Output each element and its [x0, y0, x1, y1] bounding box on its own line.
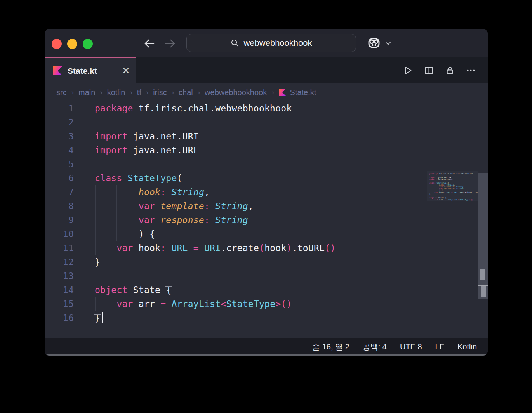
status-item-indentation[interactable]: 공백: 4 [363, 342, 387, 352]
status-bar: 줄 16, 열 2공백: 4UTF-8LFKotlin [45, 338, 488, 356]
line-number: 2 [45, 115, 74, 129]
line-number: 5 [45, 157, 74, 171]
code-line[interactable]: 9 var response: String [45, 213, 488, 227]
editor-window: webwebhookhook State.kt ✕ [45, 29, 488, 356]
code-lines: 1package tf.irisc.chal.webwebhookhook23i… [45, 101, 488, 325]
minimap[interactable]: package tf.irisc.chal.webwebhookhookimpo… [427, 171, 478, 201]
breadcrumb-file-label: State.kt [290, 88, 316, 97]
close-window-button[interactable] [52, 39, 62, 49]
editor-toolbar [403, 57, 488, 83]
title-bar: webwebhookhook [45, 29, 488, 57]
line-number: 9 [45, 213, 74, 227]
line-number: 14 [45, 283, 74, 297]
breadcrumb-item[interactable]: main [78, 88, 95, 97]
code-line[interactable]: 7 hook: String, [45, 185, 488, 199]
line-number: 15 [45, 297, 74, 311]
code-line[interactable]: 5 [45, 157, 488, 171]
minimap-line: var arr = ArrayList<StateType>() [429, 199, 476, 201]
tab-close-icon[interactable]: ✕ [122, 66, 130, 75]
breadcrumb-separator: › [271, 88, 274, 97]
status-item-cursor-position[interactable]: 줄 16, 열 2 [312, 342, 349, 352]
code-line[interactable]: 8 var template: String, [45, 199, 488, 213]
minimap-line: } [429, 201, 476, 201]
scrollbar-thumb[interactable] [478, 173, 488, 299]
code-line[interactable]: 16} [45, 311, 488, 325]
kotlin-icon [53, 66, 62, 75]
kotlin-icon [279, 89, 286, 96]
tab-strip: State.kt ✕ [45, 57, 488, 83]
line-number: 8 [45, 199, 74, 213]
code-editor[interactable]: 1package tf.irisc.chal.webwebhookhook23i… [45, 101, 488, 338]
line-number: 6 [45, 171, 74, 185]
minimap-line: package tf.irisc.chal.webwebhookhook [429, 173, 476, 175]
status-item-eol[interactable]: LF [435, 342, 444, 351]
code-line[interactable]: 4import java.net.URL [45, 143, 488, 157]
breadcrumb-separator: › [100, 88, 102, 97]
breadcrumb: src›main›kotlin›tf›irisc›chal›webwebhook… [45, 83, 488, 101]
breadcrumb-item[interactable]: chal [179, 88, 193, 97]
minimap-line: var hook: URL = URI.create(hook).toURL() [429, 192, 476, 194]
line-number: 11 [45, 241, 74, 255]
copilot-menu[interactable] [366, 35, 391, 51]
tab-state-kt[interactable]: State.kt ✕ [45, 57, 136, 83]
run-button[interactable] [403, 65, 413, 76]
breadcrumb-item-file[interactable]: State.kt [279, 88, 316, 97]
code-line[interactable]: 10 ) { [45, 227, 488, 241]
breadcrumb-separator: › [71, 88, 74, 97]
breadcrumb-separator: › [146, 88, 148, 97]
code-line[interactable]: 11 var hook: URL = URI.create(hook).toUR… [45, 241, 488, 255]
code-line[interactable]: 12} [45, 255, 488, 269]
status-item-language[interactable]: Kotlin [457, 342, 477, 351]
line-number: 13 [45, 269, 74, 283]
unlock-icon[interactable] [445, 65, 455, 76]
line-number: 4 [45, 143, 74, 157]
breadcrumb-item[interactable]: kotlin [107, 88, 125, 97]
code-line[interactable]: 13 [45, 269, 488, 283]
traffic-lights [52, 39, 93, 49]
split-editor-button[interactable] [424, 65, 434, 76]
more-actions-button[interactable] [466, 65, 476, 76]
breadcrumb-item[interactable]: src [56, 88, 67, 97]
line-number: 16 [45, 311, 74, 325]
search-icon [230, 38, 239, 47]
scrollbar-mark [480, 269, 485, 280]
line-number: 7 [45, 185, 74, 199]
search-value: webwebhookhook [243, 38, 312, 48]
breadcrumb-item[interactable]: webwebhookhook [205, 88, 267, 97]
minimize-window-button[interactable] [67, 39, 77, 49]
tab-label: State.kt [68, 66, 97, 76]
code-line[interactable]: 15 var arr = ArrayList<StateType>() [45, 297, 488, 311]
line-number: 1 [45, 101, 74, 115]
code-line[interactable]: 2 [45, 115, 488, 129]
back-arrow-icon[interactable] [143, 37, 156, 50]
chevron-down-icon [385, 40, 391, 47]
breadcrumb-separator: › [172, 88, 174, 97]
scrollbar-mark [481, 286, 486, 297]
breadcrumb-separator: › [198, 88, 200, 97]
search-input[interactable]: webwebhookhook [186, 34, 356, 52]
text-cursor [102, 312, 103, 323]
breadcrumb-item[interactable]: tf [137, 88, 141, 97]
line-number: 12 [45, 255, 74, 269]
status-item-encoding[interactable]: UTF-8 [400, 342, 422, 351]
line-number: 3 [45, 129, 74, 143]
forward-arrow-icon[interactable] [163, 37, 177, 50]
breadcrumb-separator: › [130, 88, 132, 97]
code-line[interactable]: 3import java.net.URI [45, 129, 488, 143]
zoom-window-button[interactable] [83, 39, 93, 49]
code-line[interactable]: 6class StateType( [45, 171, 488, 185]
line-number: 10 [45, 227, 74, 241]
breadcrumb-item[interactable]: irisc [153, 88, 167, 97]
copilot-icon [366, 35, 382, 51]
code-line[interactable]: 1package tf.irisc.chal.webwebhookhook [45, 101, 488, 115]
code-line[interactable]: 14object State { [45, 283, 488, 297]
